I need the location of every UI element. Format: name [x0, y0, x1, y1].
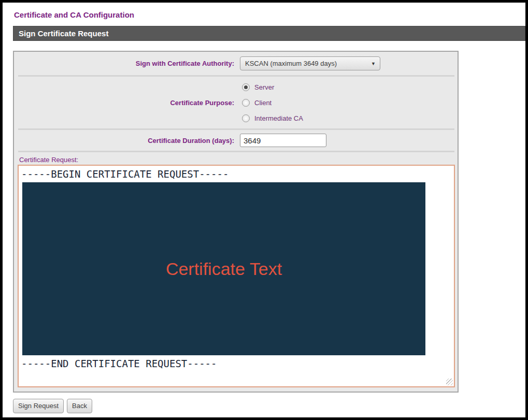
browser-window: Certificate and CA Configuration Sign Ce… [0, 0, 528, 420]
radio-option-client[interactable]: Client [240, 95, 458, 110]
ca-select[interactable]: KSCAN (maximum 3649 days) ▼ [240, 56, 380, 70]
textarea-resize-handle-icon[interactable] [446, 379, 453, 385]
csr-end-line: -----END CERTIFICATE REQUEST----- [21, 357, 451, 370]
radio-unchecked-icon[interactable] [242, 99, 250, 107]
purpose-label: Certificate Purpose: [14, 99, 240, 107]
purpose-row: Certificate Purpose: Server Client Inter… [14, 77, 458, 128]
back-button[interactable]: Back [67, 399, 92, 413]
csr-begin-line: -----BEGIN CERTIFICATE REQUEST----- [21, 167, 451, 181]
certificate-request-textarea[interactable]: -----BEGIN CERTIFICATE REQUEST----- Cert… [18, 165, 455, 387]
radio-unchecked-icon[interactable] [242, 114, 250, 122]
radio-option-intermediate-ca[interactable]: Intermediate CA [240, 110, 458, 126]
ca-label: Sign with Certificate Authority: [14, 60, 240, 67]
radio-label: Client [254, 99, 272, 107]
duration-input[interactable] [240, 134, 326, 147]
duration-row: Certificate Duration (days): [14, 130, 458, 151]
page-title: Certificate and CA Configuration [14, 10, 525, 19]
section-header: Sign Certificate Request [13, 26, 525, 41]
radio-checked-icon[interactable] [242, 83, 250, 91]
certificate-redaction-box: Certificate Text [22, 182, 425, 355]
form-actions: Sign Request Back [13, 399, 525, 413]
redaction-label: Certificate Text [166, 259, 282, 279]
chevron-down-icon: ▼ [371, 61, 376, 66]
duration-label: Certificate Duration (days): [14, 137, 240, 144]
sign-request-button[interactable]: Sign Request [13, 399, 64, 413]
radio-label: Server [254, 83, 274, 91]
radio-option-server[interactable]: Server [240, 79, 458, 95]
request-label: Certificate Request: [19, 156, 454, 164]
ca-selected-value: KSCAN (maximum 3649 days) [245, 60, 337, 67]
radio-label: Intermediate CA [254, 114, 303, 122]
request-row: Certificate Request: -----BEGIN CERTIFIC… [14, 152, 458, 392]
ca-row: Sign with Certificate Authority: KSCAN (… [14, 52, 458, 75]
sign-certificate-form: Sign with Certificate Authority: KSCAN (… [13, 51, 459, 393]
